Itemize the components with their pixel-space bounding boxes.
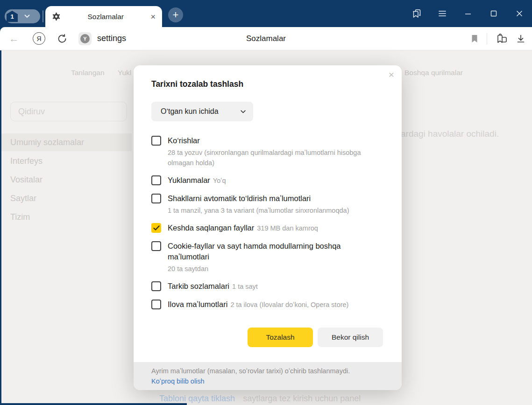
plus-icon: + <box>173 9 179 21</box>
bookmarks-panel-button[interactable] <box>404 0 429 27</box>
menu-icon <box>438 10 447 17</box>
tablo-reset-description: saytlarga tez kirish uchun panel <box>243 394 361 403</box>
clear-item-label: Tarkib sozlamalari <box>168 282 229 290</box>
sidebar-item-tizim[interactable]: Tizim <box>0 208 132 226</box>
clear-item-row[interactable]: Keshda saqlangan fayllar319 MB dan kamro… <box>151 223 384 234</box>
period-select[interactable]: Oʻtgan kun ichida <box>151 102 253 121</box>
sidebar-item-umumiy-sozlamalar[interactable]: Umumiy sozlamalar <box>0 133 132 151</box>
tab-separator <box>43 10 43 22</box>
clear-item-label: Yuklanmalar <box>168 176 210 184</box>
background-text: ardagi havolalar ochiladi. <box>401 129 499 139</box>
learn-more-link[interactable]: Koʻproq bilib olish <box>151 377 205 386</box>
tab-count-badge: 1 <box>7 11 18 22</box>
gear-icon <box>52 12 61 21</box>
minimize-icon <box>465 10 471 17</box>
address-toolbar: ← Я Y settings Sozlamalar <box>0 27 532 50</box>
window-bottom-edge <box>0 403 187 405</box>
minimize-button[interactable] <box>455 0 481 27</box>
back-arrow-icon: ← <box>9 33 19 45</box>
chevron-down-icon <box>241 110 246 113</box>
checkbox-unchecked[interactable] <box>151 136 161 146</box>
sidebar-item-vositalar[interactable]: Vositalar <box>0 171 132 189</box>
top-nav-tanlangan[interactable]: Tanlangan <box>71 69 105 77</box>
clear-item-detail: Yoʻq <box>213 177 226 184</box>
dialog-title: Tarixni tozalab tashlash <box>134 65 402 89</box>
tab-bar: 1 Sozlamalar × + <box>0 0 532 27</box>
settings-search-input[interactable]: Qidiruv <box>10 102 127 121</box>
window-left-edge <box>0 50 1 405</box>
checkbox-unchecked[interactable] <box>151 281 161 291</box>
dialog-close-icon[interactable]: × <box>389 69 394 80</box>
clear-item-detail: 319 MB dan kamroq <box>257 224 318 232</box>
tablo-reset-link[interactable]: Tabloni qayta tiklash <box>159 394 235 403</box>
reload-button[interactable] <box>57 34 67 44</box>
clear-item-row[interactable]: Koʻrishlar28 ta yozuv (sinxronlangan qur… <box>151 135 384 168</box>
sidebar-item-saytlar[interactable]: Saytlar <box>0 189 132 207</box>
cancel-button[interactable]: Bekor qilish <box>318 328 383 347</box>
clear-item-detail: 20 ta saytdan <box>168 264 364 274</box>
footer-note: Ayrim maʼlumotlar (masalan, soʻrovlar ta… <box>151 366 384 376</box>
tab-sozlamalar[interactable]: Sozlamalar × <box>45 6 162 27</box>
clear-item-row[interactable]: YuklanmalarYoʻq <box>151 175 384 186</box>
dialog-footer: Ayrim maʼlumotlar (masalan, soʻrovlar ta… <box>134 362 402 390</box>
top-nav-yuklanmalar[interactable]: Yukl <box>118 69 131 77</box>
clear-item-row[interactable]: Shakllarni avtomatik toʻldirish maʼlumot… <box>151 193 384 216</box>
top-nav-boshqa-qurilmalar[interactable]: Boshqa qurilmalar <box>404 69 463 77</box>
maximize-icon <box>490 10 497 17</box>
checkbox-unchecked[interactable] <box>151 300 161 309</box>
clear-history-dialog: × Tarixni tozalab tashlash Oʻtgan kun ic… <box>134 65 402 390</box>
clear-item-row[interactable]: Tarkib sozlamalari1 ta sayt <box>151 281 384 292</box>
clear-item-label: Cookie-fayllar va sayt hamda modullarnin… <box>168 242 341 261</box>
toolbar-right <box>471 27 525 50</box>
clear-items-list: Koʻrishlar28 ta yozuv (sinxronlangan qur… <box>151 135 384 310</box>
clear-button[interactable]: Tozalash <box>248 328 313 347</box>
favicon-letter: Y <box>83 36 86 42</box>
browser-window: 1 Sozlamalar × + <box>0 0 532 405</box>
tab-title: Sozlamalar <box>61 13 150 21</box>
clear-item-label: Koʻrishlar <box>168 136 200 145</box>
clear-item-detail: 1 ta sayt <box>232 283 258 290</box>
close-icon <box>516 10 523 17</box>
bookmarks-icon <box>411 8 422 19</box>
clear-item-row[interactable]: Cookie-fayllar va sayt hamda modullarnin… <box>151 241 384 274</box>
back-button[interactable]: ← <box>6 33 22 45</box>
clear-item-detail: 1 ta manzil, yana 3 ta variant (maʼlumot… <box>168 205 364 216</box>
clear-item-label: Keshda saqlangan fayllar <box>168 223 254 232</box>
period-select-value: Oʻtgan kun ichida <box>161 107 219 116</box>
clear-item-detail: 28 ta yozuv (sinxronlangan qurilmalardag… <box>168 147 364 168</box>
checkbox-checked-icon[interactable] <box>151 223 161 233</box>
yandex-logo-icon[interactable]: Я <box>33 32 45 45</box>
collections-icon[interactable] <box>496 33 508 44</box>
browser-menu-button[interactable] <box>429 0 455 27</box>
chevron-down-icon <box>24 14 30 18</box>
background-bottom-row: Tabloni qayta tiklash saytlarga tez kiri… <box>159 394 361 404</box>
maximize-button[interactable] <box>481 0 506 27</box>
clear-item-row[interactable]: Ilova maʼlumotlari2 ta ilova (Ilovalar d… <box>151 299 384 310</box>
reload-icon <box>57 34 67 44</box>
site-favicon: Y <box>80 34 90 43</box>
sidebar-item-interfeys[interactable]: Interfeys <box>0 152 132 170</box>
checkbox-unchecked[interactable] <box>151 241 161 251</box>
clear-item-label: Ilova maʼlumotlari <box>168 300 227 308</box>
tab-close-icon[interactable]: × <box>150 13 156 21</box>
url-text[interactable]: settings <box>97 34 126 43</box>
yandex-letter: Я <box>36 35 41 42</box>
checkbox-unchecked[interactable] <box>151 194 161 203</box>
tab-counter-button[interactable]: 1 <box>5 9 40 23</box>
settings-search-placeholder: Qidiruv <box>18 107 45 117</box>
dialog-buttons: Tozalash Bekor qilish <box>248 328 383 347</box>
bookmark-icon[interactable] <box>471 35 478 43</box>
clear-item-label: Shakllarni avtomatik toʻldirish maʼlumot… <box>168 194 311 202</box>
downloads-icon[interactable] <box>516 34 525 43</box>
checkbox-unchecked[interactable] <box>151 175 161 185</box>
toolbar-divider <box>487 33 487 44</box>
tab-count: 1 <box>10 13 14 20</box>
new-tab-button[interactable]: + <box>168 7 183 22</box>
close-window-button[interactable] <box>506 0 532 27</box>
clear-item-detail: 2 ta ilova (Ilovalar doʻkoni, Opera stor… <box>230 301 348 308</box>
site-badge[interactable]: Y <box>78 32 92 45</box>
